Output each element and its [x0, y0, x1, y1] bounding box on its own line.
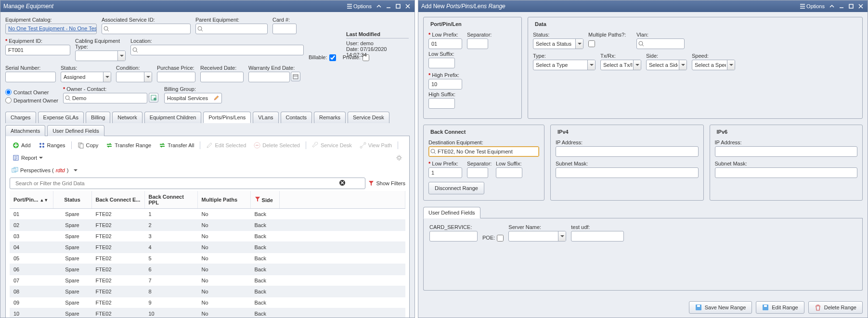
- chevron-down-icon[interactable]: [575, 39, 583, 49]
- disconnect-range-button[interactable]: Disconnect Range: [428, 182, 484, 194]
- transfer-range-button[interactable]: Transfer Range: [104, 141, 153, 150]
- show-filters-button[interactable]: Show Filters: [368, 180, 405, 186]
- type-select[interactable]: [533, 60, 596, 70]
- billable-checkbox[interactable]: [329, 54, 336, 61]
- card-number-input[interactable]: [272, 24, 297, 34]
- report-button[interactable]: Report: [11, 153, 45, 162]
- tab-equipment-children[interactable]: Equipment Children: [144, 112, 202, 123]
- col-side[interactable]: Side: [250, 191, 279, 209]
- low-suffix-input[interactable]: [428, 58, 455, 68]
- table-row[interactable]: 05SpareFTE025NoBack: [10, 253, 405, 264]
- ipv6-subnet-input[interactable]: [715, 167, 858, 178]
- grid-settings-button[interactable]: [394, 153, 404, 162]
- ranges-button[interactable]: Ranges: [37, 141, 67, 150]
- table-row[interactable]: 10SpareFTE0210NoBack: [10, 308, 405, 318]
- table-row[interactable]: 02SpareFTE022NoBack: [10, 220, 405, 231]
- tab-service-desk[interactable]: Service Desk: [348, 112, 389, 123]
- poe-checkbox[interactable]: [497, 235, 504, 242]
- low-prefix-input[interactable]: [428, 38, 462, 49]
- chevron-down-icon[interactable]: [117, 51, 125, 61]
- table-row[interactable]: 07SpareFTE027NoBack: [10, 275, 405, 286]
- edit-selected-button[interactable]: Edit Selected: [204, 141, 248, 150]
- owner-contact-input[interactable]: [63, 93, 147, 103]
- separator-input[interactable]: [467, 38, 488, 49]
- chevron-down-icon[interactable]: [633, 60, 641, 70]
- parent-equipment-input[interactable]: [195, 24, 268, 34]
- table-row[interactable]: 01SpareFTE021NoBack: [10, 209, 405, 220]
- col-back-connect-ppl[interactable]: Back Connect PPL: [144, 191, 197, 209]
- options-dropdown[interactable]: Options: [799, 2, 826, 10]
- table-row[interactable]: 03SpareFTE023NoBack: [10, 231, 405, 242]
- purchase-price-input[interactable]: [157, 72, 195, 82]
- tab-network[interactable]: Network: [112, 112, 142, 123]
- received-date-input[interactable]: [200, 72, 244, 82]
- department-owner-radio[interactable]: [5, 97, 12, 103]
- contact-owner-radio[interactable]: [5, 89, 12, 95]
- dest-equipment-input[interactable]: [428, 146, 539, 157]
- high-prefix-input[interactable]: [428, 79, 462, 89]
- col-status[interactable]: Status: [53, 191, 91, 209]
- collapse-button[interactable]: [828, 3, 836, 10]
- tab-billing[interactable]: Billing: [86, 112, 110, 123]
- perspectives-button[interactable]: Perspectives (rdtd): [10, 166, 79, 175]
- table-row[interactable]: 04SpareFTE024NoBack: [10, 242, 405, 253]
- card-service-input[interactable]: [429, 231, 478, 242]
- delete-range-button[interactable]: Delete Range: [808, 301, 863, 314]
- pencil-icon[interactable]: [213, 95, 219, 101]
- ipv4-ip-input[interactable]: [556, 146, 699, 157]
- equipment-catalog-link[interactable]: No One Test Equipment - No One Test Equ.…: [5, 24, 97, 34]
- tab-expense-glas[interactable]: Expense GLAs: [38, 112, 84, 123]
- view-path-button[interactable]: View Path: [358, 141, 394, 150]
- bc-low-prefix-input[interactable]: [428, 167, 462, 178]
- chevron-down-icon[interactable]: [679, 60, 687, 70]
- tab-vlans[interactable]: VLans: [253, 112, 278, 123]
- copy-button[interactable]: Copy: [76, 141, 101, 150]
- associated-service-id-input[interactable]: [102, 24, 191, 34]
- bc-low-suffix-input[interactable]: [496, 167, 522, 178]
- grid-filter-input[interactable]: [13, 178, 353, 189]
- chevron-down-icon[interactable]: [727, 60, 735, 70]
- chevron-down-icon[interactable]: [558, 231, 566, 241]
- service-desk-button[interactable]: Service Desk: [310, 141, 354, 150]
- test-udf-input[interactable]: [571, 231, 624, 242]
- add-button[interactable]: Add: [11, 141, 33, 150]
- serial-number-input[interactable]: [5, 72, 56, 82]
- owner-action-button[interactable]: [149, 93, 158, 102]
- tab-user-defined-fields[interactable]: User Defined Fields: [423, 207, 480, 218]
- edit-range-button[interactable]: Edit Range: [756, 301, 804, 314]
- calendar-icon[interactable]: [291, 72, 300, 81]
- bc-separator-input[interactable]: [467, 167, 488, 178]
- transfer-all-button[interactable]: Transfer All: [157, 141, 196, 150]
- chevron-down-icon[interactable]: [587, 60, 595, 70]
- server-name-select[interactable]: [508, 231, 566, 242]
- maximize-button[interactable]: [847, 3, 855, 10]
- tab-remarks[interactable]: Remarks: [314, 112, 346, 123]
- close-button[interactable]: [404, 3, 412, 10]
- tab-ports-pins-lens[interactable]: Ports/Pins/Lens: [203, 112, 251, 123]
- clear-filter-button[interactable]: [339, 179, 346, 187]
- maximize-button[interactable]: [394, 3, 402, 10]
- equipment-id-input[interactable]: [5, 45, 70, 55]
- tab-attachments[interactable]: Attachments: [5, 125, 45, 136]
- warranty-end-date-input[interactable]: [248, 72, 290, 82]
- col-multiple-paths[interactable]: Multiple Paths: [197, 191, 250, 209]
- ipv6-ip-input[interactable]: [715, 146, 858, 157]
- table-row[interactable]: 08SpareFTE028NoBack: [10, 286, 405, 297]
- chevron-down-icon[interactable]: [144, 72, 152, 82]
- options-dropdown[interactable]: Options: [346, 2, 373, 10]
- chevron-down-icon[interactable]: [103, 72, 111, 82]
- tab-user-defined-fields[interactable]: User Defined Fields: [47, 125, 104, 136]
- high-suffix-input[interactable]: [428, 98, 455, 109]
- tab-contacts[interactable]: Contacts: [281, 112, 312, 123]
- multiple-paths-checkbox[interactable]: [588, 40, 595, 47]
- save-new-range-button[interactable]: Save New Range: [689, 301, 752, 314]
- tab-charges[interactable]: Charges: [5, 112, 36, 123]
- minimize-button[interactable]: [385, 3, 392, 10]
- ipv4-subnet-input[interactable]: [556, 167, 699, 178]
- location-input[interactable]: [130, 45, 304, 55]
- close-button[interactable]: [857, 3, 865, 10]
- col-back-connect-eq[interactable]: Back Connect E...: [91, 191, 144, 209]
- collapse-button[interactable]: [375, 3, 383, 10]
- delete-selected-button[interactable]: Delete Selected: [252, 141, 302, 150]
- col-port-pin[interactable]: Port/Pin... ▲▼: [10, 191, 53, 209]
